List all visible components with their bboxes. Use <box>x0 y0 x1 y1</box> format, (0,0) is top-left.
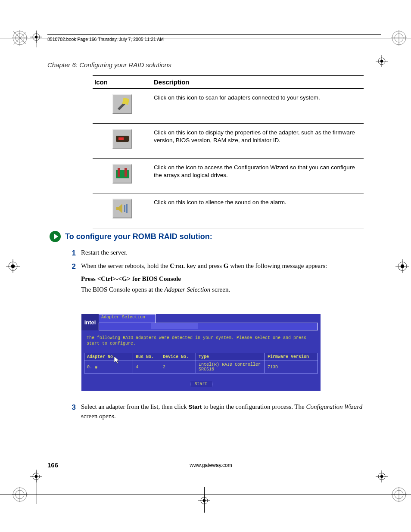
step-number: 3 <box>69 402 76 421</box>
svg-point-33 <box>380 60 383 62</box>
crosshair-top-near-right <box>376 55 391 71</box>
bios-cell-device: 2 <box>160 361 196 373</box>
step-3: 3 Select an adapter from the list, then … <box>69 402 364 421</box>
page-number: 166 <box>47 461 58 469</box>
bios-cell-adapter: 0. ◉ <box>84 361 133 373</box>
step-number: 1 <box>69 248 76 259</box>
content-column: Icon Description Click on this icon to s… <box>93 75 364 228</box>
svg-point-41 <box>380 475 383 478</box>
svg-point-21 <box>11 264 15 268</box>
bios-start-button[interactable]: Start <box>190 381 212 387</box>
step-number: 2 <box>69 261 76 272</box>
footer-url: www.gateway.com <box>58 462 364 468</box>
svg-rect-47 <box>122 98 129 105</box>
svg-point-25 <box>401 264 404 268</box>
section-heading: To configure your ROMB RAID solution: <box>65 232 212 241</box>
table-header-description: Description <box>152 76 364 89</box>
section-heading-row: To configure your ROMB RAID solution: <box>50 231 212 242</box>
key-g: G <box>224 262 229 269</box>
crosshair-top-near <box>30 31 46 47</box>
crosshair-bottom-near-left <box>30 470 46 486</box>
bios-th-adapter: Adapter No. <box>84 353 133 361</box>
step-body: When the server reboots, hold the Ctrl k… <box>81 261 364 272</box>
step-2: 2 When the server reboots, hold the Ctrl… <box>69 261 364 272</box>
steps-list: 1 Restart the server. 2 When the server … <box>69 246 364 296</box>
table-cell-description: Click on this icon to display the proper… <box>152 124 364 159</box>
trim-line-left-bottom <box>37 470 37 504</box>
bios-cell-bus: 4 <box>133 361 160 373</box>
icon-description-table: Icon Description Click on this icon to s… <box>93 75 364 228</box>
silence-alarm-icon <box>112 199 132 218</box>
trim-line-center-bottom <box>204 487 205 513</box>
bios-th-type: Type <box>196 353 265 361</box>
step-3-container: 3 Select an adapter from the list, then … <box>69 400 364 424</box>
svg-rect-55 <box>126 204 128 213</box>
step-1: 1 Restart the server. <box>69 248 364 259</box>
bios-th-device: Device No. <box>160 353 196 361</box>
svg-rect-52 <box>125 168 127 177</box>
adapter-properties-icon <box>112 129 132 149</box>
trim-line-bottom <box>0 495 411 495</box>
page-footer: 166 www.gateway.com <box>47 461 364 469</box>
bios-cell-type: Intel(R) RAID Controller SRCS16 <box>196 361 265 373</box>
page: 8510702.book Page 166 Thursday, July 7, … <box>0 0 411 532</box>
key-ctrl: Ctrl <box>170 262 185 269</box>
chapter-title: Chapter 6: Configuring your RAID solutio… <box>47 61 171 68</box>
table-row: Click on this icon to display the proper… <box>93 124 364 159</box>
svg-point-37 <box>35 475 37 478</box>
step-body: Select an adapter from the list, then cl… <box>81 402 364 421</box>
trim-line-right-bottom <box>385 470 385 504</box>
svg-rect-54 <box>124 205 125 212</box>
svg-rect-49 <box>118 137 124 140</box>
bios-subtitlebar <box>99 323 318 330</box>
bios-screenshot: intel Adapter Selection The following RA… <box>81 314 321 391</box>
bios-message: The following RAID adapters were detecte… <box>87 336 315 346</box>
crosshair-bottom-center <box>198 495 214 510</box>
play-icon <box>50 231 61 242</box>
svg-marker-53 <box>116 204 122 213</box>
step-body: Restart the server. <box>81 248 364 259</box>
bios-th-bus: Bus No. <box>133 353 160 361</box>
step-2-substep: Press <Ctrl>-<G> for BIOS Console <box>81 275 364 283</box>
bios-cell-fw: 713D <box>265 361 318 373</box>
scan-adapters-icon <box>112 94 132 114</box>
crosshair-bottom-near-right <box>376 470 391 486</box>
table-cell-description: Click on the icon to access the Configur… <box>152 159 364 193</box>
table-cell-description: Click on this icon to scan for adapters … <box>152 89 364 124</box>
start-label: Start <box>189 404 202 410</box>
trim-line-left <box>37 30 37 47</box>
bios-title: Adapter Selection <box>98 314 156 324</box>
table-row: Click on this icon to scan for adapters … <box>93 89 364 124</box>
cursor-icon <box>114 356 120 364</box>
intel-logo: intel <box>81 314 99 330</box>
trim-line-right <box>385 30 385 69</box>
svg-rect-51 <box>118 168 120 177</box>
configuration-wizard-icon <box>112 164 132 184</box>
running-header-text: 8510702.book Page 166 Thursday, July 7, … <box>47 37 164 42</box>
table-header-icon: Icon <box>93 76 152 89</box>
bios-menu-highlight <box>151 323 198 329</box>
step-2-followup: The BIOS Console opens at the Adapter Se… <box>81 286 364 293</box>
svg-marker-56 <box>114 356 119 364</box>
bios-th-fw: Firmware Version <box>265 353 318 361</box>
crosshair-right <box>395 258 410 274</box>
crosshair-left <box>5 258 21 274</box>
radio-dot-icon: ◉ <box>95 365 97 370</box>
table-row: Click on this icon to silence the sound … <box>93 193 364 228</box>
running-header: 8510702.book Page 166 Thursday, July 7, … <box>47 34 381 42</box>
table-cell-description: Click on this icon to silence the sound … <box>152 193 364 228</box>
table-row: Click on the icon to access the Configur… <box>93 159 364 193</box>
